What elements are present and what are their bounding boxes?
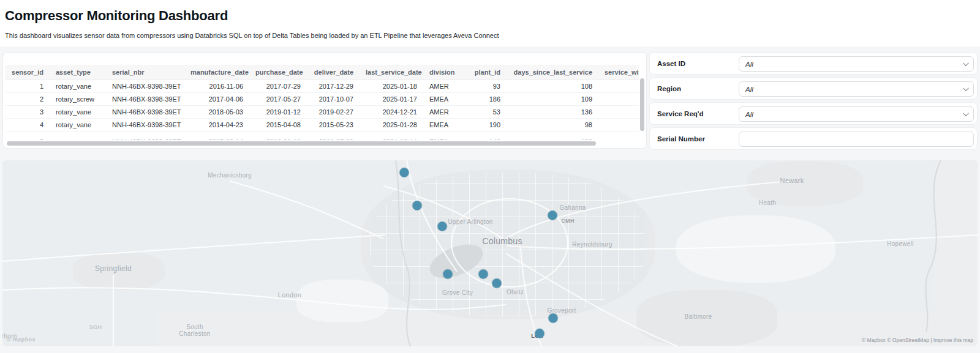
table-cell: 2025-01-18 [360, 80, 423, 92]
map-city-label: Heath [759, 199, 776, 206]
map-city-label: South Charleston [179, 324, 210, 337]
column-header-purchase_date[interactable]: purchase_date [249, 65, 307, 80]
filter-label: Asset ID [657, 60, 685, 67]
filter-card-asset-id: Asset IDAll [649, 52, 978, 75]
table-row: 3rotary_vaneNNH-46BX-9398-39ET2018-05-03… [6, 105, 639, 118]
attribution-text: © Mapbox © OpenStreetMap | [862, 337, 933, 343]
table-cell: 2018-05-03 [184, 105, 249, 118]
column-header-manufacture_date[interactable]: manufacture_date [184, 65, 249, 80]
compressor-location-marker[interactable] [479, 270, 488, 279]
compressor-location-marker[interactable] [548, 211, 557, 220]
filter-label: Service Req'd [657, 110, 704, 117]
table-cell: 2017-07-29 [249, 80, 307, 92]
table-cell: 2 [6, 92, 50, 105]
sensor-table-scroll-area[interactable]: sensor_idasset_typeserial_nbrmanufacture… [6, 65, 639, 139]
table-cell [598, 131, 639, 139]
table-cell: 2016-07-26 [307, 131, 360, 139]
improve-map-link[interactable]: Improve this map [933, 337, 973, 343]
map-city-label: Hopewell [887, 240, 914, 247]
filter-selected-value: All [745, 86, 963, 93]
compressor-location-marker[interactable] [549, 314, 558, 323]
map-city-label: Baltimore [685, 313, 712, 320]
table-cell: rotary_vane [50, 105, 106, 118]
column-header-sensor_id[interactable]: sensor_id [6, 65, 50, 80]
compressor-location-marker[interactable] [535, 329, 545, 338]
filter-label: Region [657, 85, 681, 92]
table-cell: 3 [6, 105, 50, 118]
chevron-down-icon [963, 60, 969, 66]
compressor-location-marker[interactable] [400, 168, 409, 177]
table-cell: 2015-04-08 [249, 118, 307, 131]
compressor-location-marker[interactable] [413, 201, 422, 210]
table-cell [598, 105, 639, 118]
column-header-serial_nbr[interactable]: serial_nbr [106, 65, 184, 80]
filter-dropdown[interactable]: All [739, 56, 974, 72]
table-cell: AMER [423, 105, 466, 118]
table-cell: 4 [6, 118, 50, 131]
map-city-label: Upper Arlington [448, 218, 492, 225]
table-cell: 2017-10-07 [307, 92, 360, 105]
table-row-partial: 5rotary_vaneNNH-46BX-9398-39ET2015-08-14… [6, 131, 639, 139]
table-cell: 109 [507, 92, 598, 105]
table-cell: AMER [423, 80, 466, 92]
table-row: 2rotary_screwNNH-46BX-9398-39ET2017-04-0… [6, 92, 639, 105]
table-cell: 136 [507, 105, 598, 118]
table-cell: NNH-46BX-9398-39ET [106, 118, 184, 131]
table-cell: NNH-46BX-9398-39ET [106, 92, 184, 105]
column-header-service_withi[interactable]: service_withi [598, 65, 639, 80]
table-cell: 2016-06-10 [249, 131, 307, 139]
table-cell: 98 [507, 118, 598, 131]
filter-panel: Asset IDAllRegionAllService Req'dAllSeri… [649, 52, 978, 150]
map-city-label: CMH [561, 218, 574, 224]
column-header-days_since_last_service[interactable]: days_since_last_service [507, 65, 598, 80]
filter-card-service-req-d: Service Req'dAll [649, 102, 978, 125]
map-city-label: Obetz [507, 289, 524, 295]
map[interactable]: MechanicsburgSpringfieldLondonSGHSouth C… [2, 160, 978, 346]
table-cell: 142 [466, 131, 507, 139]
filter-dropdown[interactable]: All [739, 81, 974, 97]
filter-selected-value: All [745, 111, 963, 118]
table-cell: NNH-46BX-9398-39ET [106, 131, 184, 139]
table-cell: 190 [466, 118, 507, 131]
sensor-table-card: sensor_idasset_typeserial_nbrmanufacture… [2, 52, 647, 149]
map-city-label: Reynoldsburg [572, 241, 612, 248]
filter-label: Serial Number [657, 135, 705, 143]
filter-card-region: RegionAll [649, 77, 978, 100]
sensor-table: sensor_idasset_typeserial_nbrmanufacture… [6, 65, 639, 139]
table-cell: NNH-46BX-9398-39ET [106, 105, 184, 118]
table-cell [598, 80, 639, 92]
table-cell: 2017-04-06 [184, 92, 249, 105]
column-header-deliver_date[interactable]: deliver_date [307, 65, 360, 80]
map-city-label: SGH [89, 324, 102, 330]
table-cell: 2025-01-17 [360, 92, 423, 105]
dashboard-header: Compressor Monitoring Dashboard This das… [0, 0, 980, 46]
table-cell: 2019-01-12 [249, 105, 307, 118]
table-cell: 133 [507, 131, 598, 139]
map-roads-rivers [2, 160, 978, 346]
table-cell: 1 [6, 80, 50, 92]
compressor-location-marker[interactable] [492, 279, 502, 288]
map-city-label: Grove City [442, 289, 473, 296]
table-cell: 2019-02-27 [307, 105, 360, 118]
table-cell: 2014-04-23 [184, 118, 249, 131]
table-cell: 2017-12-29 [307, 80, 360, 92]
dashboard-page: Compressor Monitoring Dashboard This das… [0, 0, 980, 353]
serial-number-input[interactable] [739, 132, 974, 147]
compressor-location-marker[interactable] [443, 270, 453, 279]
filter-selected-value: All [745, 61, 963, 68]
column-header-last_service_date[interactable]: last_service_date [360, 65, 423, 80]
table-cell: 5 [6, 131, 50, 139]
column-header-plant_id[interactable]: plant_id [466, 65, 507, 80]
filter-dropdown[interactable]: All [739, 106, 974, 122]
column-header-asset_type[interactable]: asset_type [50, 65, 106, 80]
map-city-label: Springfield [95, 264, 132, 273]
table-cell: 2024-12-14 [360, 131, 423, 139]
map-city-label: Columbus [482, 236, 522, 246]
compressor-location-marker[interactable] [438, 222, 447, 231]
table-cell: rotary_vane [50, 80, 106, 92]
mapbox-logo[interactable]: © mapbox [7, 336, 36, 343]
vertical-scrollbar-thumb[interactable] [640, 78, 644, 131]
column-header-division[interactable]: division [423, 65, 466, 80]
horizontal-scrollbar-thumb[interactable] [7, 141, 596, 146]
table-cell: 186 [466, 92, 507, 105]
